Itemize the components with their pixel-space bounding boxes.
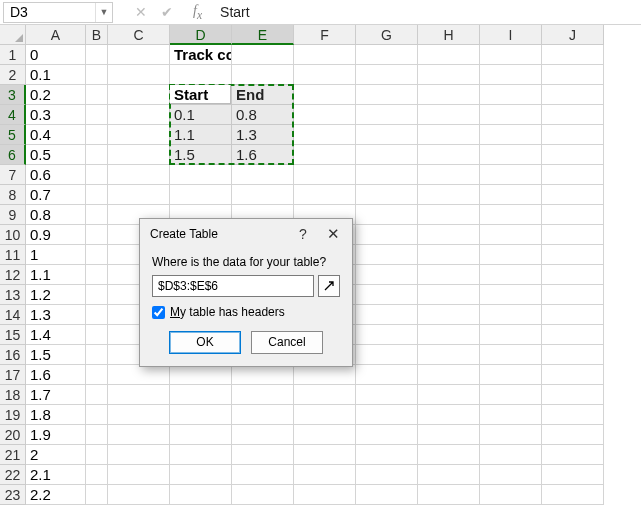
cell-A2[interactable]: 0.1 bbox=[26, 65, 86, 85]
cell-J21[interactable] bbox=[542, 445, 604, 465]
cell-D3[interactable]: Start bbox=[170, 85, 232, 105]
cell-C3[interactable] bbox=[108, 85, 170, 105]
fx-icon[interactable]: fx bbox=[193, 3, 202, 22]
cell-G17[interactable] bbox=[356, 365, 418, 385]
cell-A22[interactable]: 2.1 bbox=[26, 465, 86, 485]
cell-E21[interactable] bbox=[232, 445, 294, 465]
row-header-11[interactable]: 11 bbox=[0, 245, 26, 265]
cell-A23[interactable]: 2.2 bbox=[26, 485, 86, 505]
cell-G10[interactable] bbox=[356, 225, 418, 245]
col-header-B[interactable]: B bbox=[86, 25, 108, 45]
cell-D19[interactable] bbox=[170, 405, 232, 425]
cell-J7[interactable] bbox=[542, 165, 604, 185]
cell-A8[interactable]: 0.7 bbox=[26, 185, 86, 205]
row-header-4[interactable]: 4 bbox=[0, 105, 26, 125]
cell-I6[interactable] bbox=[480, 145, 542, 165]
cell-J3[interactable] bbox=[542, 85, 604, 105]
cell-D5[interactable]: 1.1 bbox=[170, 125, 232, 145]
cell-I15[interactable] bbox=[480, 325, 542, 345]
cell-B19[interactable] bbox=[86, 405, 108, 425]
cell-C4[interactable] bbox=[108, 105, 170, 125]
cell-I2[interactable] bbox=[480, 65, 542, 85]
cell-H20[interactable] bbox=[418, 425, 480, 445]
cell-F19[interactable] bbox=[294, 405, 356, 425]
cell-J15[interactable] bbox=[542, 325, 604, 345]
headers-checkbox-label[interactable]: My table has headers bbox=[170, 305, 285, 319]
ok-button[interactable]: OK bbox=[169, 331, 241, 354]
cell-I1[interactable] bbox=[480, 45, 542, 65]
cell-F17[interactable] bbox=[294, 365, 356, 385]
cell-H4[interactable] bbox=[418, 105, 480, 125]
cell-A11[interactable]: 1 bbox=[26, 245, 86, 265]
cell-A13[interactable]: 1.2 bbox=[26, 285, 86, 305]
cell-E20[interactable] bbox=[232, 425, 294, 445]
cell-I20[interactable] bbox=[480, 425, 542, 445]
cell-J17[interactable] bbox=[542, 365, 604, 385]
cell-A7[interactable]: 0.6 bbox=[26, 165, 86, 185]
cell-D17[interactable] bbox=[170, 365, 232, 385]
cell-E23[interactable] bbox=[232, 485, 294, 505]
cell-I4[interactable] bbox=[480, 105, 542, 125]
cell-I11[interactable] bbox=[480, 245, 542, 265]
cell-C7[interactable] bbox=[108, 165, 170, 185]
cell-G22[interactable] bbox=[356, 465, 418, 485]
cell-E22[interactable] bbox=[232, 465, 294, 485]
cell-F2[interactable] bbox=[294, 65, 356, 85]
close-icon[interactable]: ✕ bbox=[318, 222, 348, 246]
collapse-dialog-icon[interactable] bbox=[318, 275, 340, 297]
cell-A3[interactable]: 0.2 bbox=[26, 85, 86, 105]
cell-J12[interactable] bbox=[542, 265, 604, 285]
row-header-9[interactable]: 9 bbox=[0, 205, 26, 225]
row-header-23[interactable]: 23 bbox=[0, 485, 26, 505]
cell-D21[interactable] bbox=[170, 445, 232, 465]
cell-J10[interactable] bbox=[542, 225, 604, 245]
cell-B21[interactable] bbox=[86, 445, 108, 465]
cell-B13[interactable] bbox=[86, 285, 108, 305]
col-header-E[interactable]: E bbox=[232, 25, 294, 45]
row-header-3[interactable]: 3 bbox=[0, 85, 26, 105]
cell-D23[interactable] bbox=[170, 485, 232, 505]
cell-H13[interactable] bbox=[418, 285, 480, 305]
cell-C20[interactable] bbox=[108, 425, 170, 445]
cell-H5[interactable] bbox=[418, 125, 480, 145]
cell-I23[interactable] bbox=[480, 485, 542, 505]
cell-J13[interactable] bbox=[542, 285, 604, 305]
cell-C6[interactable] bbox=[108, 145, 170, 165]
cell-H8[interactable] bbox=[418, 185, 480, 205]
row-header-2[interactable]: 2 bbox=[0, 65, 26, 85]
cell-I3[interactable] bbox=[480, 85, 542, 105]
cell-B23[interactable] bbox=[86, 485, 108, 505]
cell-C17[interactable] bbox=[108, 365, 170, 385]
cell-A20[interactable]: 1.9 bbox=[26, 425, 86, 445]
cell-C19[interactable] bbox=[108, 405, 170, 425]
cell-J22[interactable] bbox=[542, 465, 604, 485]
cell-G5[interactable] bbox=[356, 125, 418, 145]
cell-D18[interactable] bbox=[170, 385, 232, 405]
cell-J6[interactable] bbox=[542, 145, 604, 165]
cell-I12[interactable] bbox=[480, 265, 542, 285]
cell-H21[interactable] bbox=[418, 445, 480, 465]
cell-J18[interactable] bbox=[542, 385, 604, 405]
row-header-15[interactable]: 15 bbox=[0, 325, 26, 345]
cell-H18[interactable] bbox=[418, 385, 480, 405]
cell-B18[interactable] bbox=[86, 385, 108, 405]
cell-I21[interactable] bbox=[480, 445, 542, 465]
cell-I22[interactable] bbox=[480, 465, 542, 485]
row-header-7[interactable]: 7 bbox=[0, 165, 26, 185]
cell-J11[interactable] bbox=[542, 245, 604, 265]
cell-A21[interactable]: 2 bbox=[26, 445, 86, 465]
cell-J8[interactable] bbox=[542, 185, 604, 205]
cell-D2[interactable] bbox=[170, 65, 232, 85]
cell-D1[interactable]: Track completed bbox=[170, 45, 232, 65]
col-header-J[interactable]: J bbox=[542, 25, 604, 45]
cell-J19[interactable] bbox=[542, 405, 604, 425]
cell-I16[interactable] bbox=[480, 345, 542, 365]
cell-G18[interactable] bbox=[356, 385, 418, 405]
cell-H1[interactable] bbox=[418, 45, 480, 65]
row-header-8[interactable]: 8 bbox=[0, 185, 26, 205]
cell-J5[interactable] bbox=[542, 125, 604, 145]
cell-I13[interactable] bbox=[480, 285, 542, 305]
cell-J14[interactable] bbox=[542, 305, 604, 325]
cell-B20[interactable] bbox=[86, 425, 108, 445]
cell-A16[interactable]: 1.5 bbox=[26, 345, 86, 365]
